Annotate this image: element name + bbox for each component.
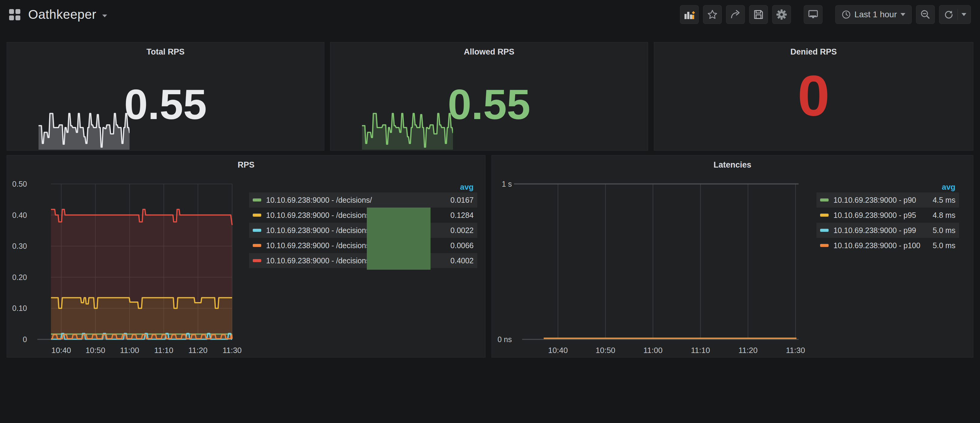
total-rps-value: 0.55 (7, 83, 324, 126)
series-name[interactable]: 10.10.69.238:9000 - /decisions/ (266, 196, 372, 204)
zoom-out-button[interactable] (916, 5, 935, 24)
series-name[interactable]: 10.10.69.238:9000 - p95 (834, 211, 916, 220)
series-name[interactable]: 10.10.69.238:9000 - /decisions/ (266, 256, 372, 265)
series-avg-value: 0.1284 (446, 211, 474, 220)
legend-row[interactable]: 10.10.69.238:9000 - /decisions/0.0022 (249, 223, 477, 238)
panel-title[interactable]: Latencies (492, 160, 973, 170)
series-color-swatch-icon (820, 198, 829, 201)
star-icon (707, 10, 718, 20)
clock-icon (842, 10, 851, 19)
panel-allowed-rps: Allowed RPS 0.55 (330, 42, 648, 151)
star-button[interactable] (703, 5, 722, 24)
series-color-swatch-icon (820, 214, 829, 217)
navbar-toolbar: Last 1 hour (680, 5, 971, 24)
series-color-swatch-icon (253, 229, 261, 232)
series-name[interactable]: 10.10.69.238:9000 - p90 (834, 196, 916, 204)
svg-text:10:50: 10:50 (596, 346, 615, 355)
legend-row[interactable]: 10.10.69.238:9000 - /decisions/0.0066 (249, 238, 477, 253)
svg-text:11:30: 11:30 (223, 346, 242, 355)
settings-button[interactable] (772, 5, 791, 24)
svg-text:1 s: 1 s (502, 180, 512, 188)
zoom-out-icon (920, 10, 931, 20)
series-color-swatch-icon (253, 198, 261, 201)
panel-denied-rps: Denied RPS 0 (654, 42, 973, 151)
legend-avg-header[interactable]: avg (816, 182, 959, 192)
share-icon (730, 10, 741, 20)
svg-text:0.10: 0.10 (12, 304, 27, 312)
add-panel-icon (684, 10, 695, 20)
legend-row[interactable]: 10.10.69.238:9000 - p954.8 ms (816, 208, 959, 223)
svg-text:11:20: 11:20 (738, 346, 757, 355)
navbar: Oathkeeper (0, 0, 980, 29)
dashboard-grid-icon[interactable] (9, 9, 20, 20)
series-avg-value: 5.0 ms (928, 241, 955, 250)
svg-text:11:30: 11:30 (786, 346, 805, 355)
time-range-label: Last 1 hour (854, 10, 897, 19)
time-range-caret-icon (900, 13, 905, 16)
legend-row[interactable]: 10.10.69.238:9000 - /decisions/0.1284 (249, 208, 477, 223)
rps-series (51, 209, 232, 339)
series-name[interactable]: 10.10.69.238:9000 - /decisions/ (266, 226, 372, 235)
panel-title[interactable]: Total RPS (7, 47, 324, 57)
svg-text:10:50: 10:50 (86, 346, 105, 355)
series-avg-value: 5.0 ms (928, 226, 955, 235)
dashboard-title[interactable]: Oathkeeper (28, 7, 96, 22)
dashboard-title-caret-icon[interactable] (102, 14, 107, 17)
tv-cycle-button[interactable] (804, 5, 822, 24)
series-avg-value: 4.5 ms (928, 196, 955, 204)
panel-title[interactable]: RPS (7, 160, 485, 170)
save-icon (753, 10, 764, 20)
svg-text:11:10: 11:10 (691, 346, 710, 355)
series-name[interactable]: 10.10.69.238:9000 - p99 (834, 226, 916, 235)
svg-text:10:40: 10:40 (548, 346, 568, 355)
svg-text:10:40: 10:40 (51, 346, 71, 355)
time-range-button[interactable]: Last 1 hour (835, 5, 912, 24)
svg-text:0.50: 0.50 (12, 180, 27, 188)
panel-title[interactable]: Allowed RPS (331, 47, 648, 57)
rps-legend: avg 10.10.69.238:9000 - /decisions/0.016… (249, 182, 477, 268)
series-avg-value: 0.0066 (446, 241, 474, 250)
legend-row[interactable]: 10.10.69.238:9000 - /decisions/0.0167 (249, 192, 477, 208)
denied-rps-value: 0 (654, 67, 973, 124)
svg-text:0.30: 0.30 (12, 242, 27, 250)
series-color-swatch-icon (820, 229, 829, 232)
refresh-icon (943, 10, 954, 20)
svg-text:0.20: 0.20 (12, 273, 27, 282)
refresh-button[interactable] (939, 5, 971, 24)
refresh-divider (958, 9, 958, 20)
svg-text:0: 0 (23, 335, 27, 344)
refresh-caret-icon[interactable] (961, 13, 966, 16)
legend-row[interactable]: 10.10.69.238:9000 - /decisions/0.4002 (249, 253, 477, 268)
series-color-swatch-icon (253, 214, 261, 217)
legend-avg-header[interactable]: avg (249, 182, 477, 192)
allowed-rps-value: 0.55 (331, 83, 648, 126)
series-color-swatch-icon (253, 259, 261, 262)
legend-row[interactable]: 10.10.69.238:9000 - p995.0 ms (816, 223, 959, 238)
share-button[interactable] (726, 5, 745, 24)
legend-row[interactable]: 10.10.69.238:9000 - p904.5 ms (816, 192, 959, 208)
latencies-axis-labels: 1 s0 ns10:4010:5011:0011:1011:2011:30 (498, 180, 805, 355)
series-avg-value: 0.4002 (446, 256, 474, 265)
series-name[interactable]: 10.10.69.238:9000 - p100 (834, 241, 920, 250)
svg-text:11:20: 11:20 (188, 346, 208, 355)
save-button[interactable] (749, 5, 768, 24)
series-color-swatch-icon (253, 244, 261, 247)
panel-total-rps: Total RPS 0.55 (7, 42, 325, 151)
legend-row[interactable]: 10.10.69.238:9000 - p1005.0 ms (816, 238, 959, 253)
panel-rps-graph: RPS 00.100.200.300.400.5010:4010:5011:00… (7, 155, 485, 358)
latencies-legend: avg 10.10.69.238:9000 - p904.5 ms10.10.6… (816, 182, 959, 253)
svg-text:11:10: 11:10 (154, 346, 173, 355)
series-name[interactable]: 10.10.69.238:9000 - /decisions/ (266, 241, 372, 250)
panel-latencies-graph: Latencies 1 s0 ns10:4010:5011:0011:1011:… (492, 155, 973, 358)
panel-title[interactable]: Denied RPS (654, 47, 973, 57)
series-avg-value: 0.0167 (446, 196, 474, 204)
series-color-swatch-icon (820, 244, 829, 247)
series-name[interactable]: 10.10.69.238:9000 - /decisions/ (266, 211, 372, 220)
legend-overlay-artifact (367, 208, 431, 270)
monitor-icon (808, 10, 819, 20)
series-avg-value: 0.0022 (446, 226, 474, 235)
svg-text:0.40: 0.40 (12, 211, 27, 219)
svg-text:11:00: 11:00 (120, 346, 139, 355)
latencies-gridlines (514, 184, 799, 339)
add-panel-button[interactable] (680, 5, 699, 24)
